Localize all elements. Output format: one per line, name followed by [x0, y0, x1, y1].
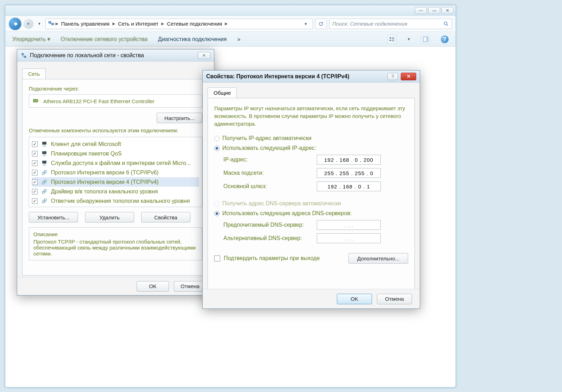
minimize-button[interactable]: — [415, 7, 427, 14]
radio-auto-ip[interactable]: Получить IP-адрес автоматически [214, 135, 408, 141]
chevron-right-icon: ▶ [225, 21, 228, 26]
adapter-name: Atheros AR8132 PCI-E Fast Ethernet Contr… [43, 98, 155, 104]
cancel-button[interactable]: Отмена [377, 294, 412, 304]
install-button[interactable]: Установить... [29, 212, 78, 222]
nav-back-button[interactable] [9, 18, 21, 30]
svg-rect-1 [52, 23, 54, 25]
validate-checkbox[interactable] [214, 255, 220, 261]
dialog-close-button[interactable]: ✕ [401, 73, 416, 80]
maximize-button[interactable]: ▭ [428, 7, 440, 14]
components-list[interactable]: ✓ 🖥️ Клиент для сетей Microsoft ✓ 🖥️ Пла… [29, 137, 202, 207]
breadcrumb-dropdown[interactable]: ▼ [301, 22, 311, 26]
radio-label: Получить IP-адрес автоматически [222, 135, 312, 141]
dialog-titlebar: Свойства: Протокол Интернета версии 4 (T… [203, 71, 420, 82]
help-button[interactable]: ? [441, 35, 449, 43]
component-label: Протокол Интернета версии 6 (TCP/IPv6) [51, 170, 158, 176]
radio-label: Получить адрес DNS-сервера автоматически [222, 200, 341, 207]
component-label: Протокол Интернета версии 4 (TCP/IPv4) [51, 179, 158, 185]
adapter-field[interactable]: Atheros AR8132 PCI-E Fast Ethernet Contr… [29, 94, 202, 108]
component-label: Планировщик пакетов QoS [51, 151, 122, 157]
breadcrumb-item[interactable]: Панель управления [59, 20, 112, 27]
svg-rect-5 [392, 38, 394, 39]
toolbar-more[interactable]: » [237, 36, 240, 42]
dialog-close-button[interactable]: ✕ [198, 52, 210, 59]
chevron-right-icon: ▶ [161, 21, 164, 26]
component-item[interactable]: ✓ 🔗 Протокол Интернета версии 4 (TCP/IPv… [32, 177, 199, 187]
svg-rect-14 [38, 100, 39, 101]
cancel-button[interactable]: Отмена [174, 281, 206, 292]
svg-rect-10 [426, 37, 428, 42]
alt-dns-field[interactable]: . . . [317, 233, 381, 243]
checkbox-icon[interactable]: ✓ [32, 189, 38, 194]
properties-button[interactable]: Свойства [141, 212, 190, 222]
description-text: Протокол TCP/IP - стандартный протокол г… [33, 239, 198, 257]
breadcrumb-bar[interactable]: ▶ Панель управления ▶ Сеть и Интернет ▶ … [45, 19, 313, 29]
explorer-navbar: ▼ ▶ Панель управления ▶ Сеть и Интернет … [5, 16, 456, 32]
configure-button[interactable]: Настроить... [157, 113, 202, 123]
ip-address-label: IP-адрес: [223, 157, 313, 163]
breadcrumb-item[interactable]: Сеть и Интернет [116, 20, 161, 27]
ok-button[interactable]: OK [137, 281, 169, 292]
tab-general[interactable]: Общие [208, 87, 237, 98]
checkbox-icon[interactable]: ✓ [32, 179, 38, 185]
network-icon [21, 52, 27, 59]
toolbar-disable[interactable]: Отключение сетевого устройства [61, 36, 148, 42]
toolbar-organize[interactable]: Упорядочить ▾ [12, 36, 50, 42]
component-item[interactable]: ✓ 🔗 Драйвер в/в тополога канального уров… [32, 187, 199, 196]
help-button[interactable]: ? [387, 73, 398, 80]
radio-manual-dns[interactable]: Использовать следующие адреса DNS-сервер… [214, 210, 408, 217]
preferred-dns-field[interactable]: . . . [317, 220, 381, 230]
gateway-field[interactable]: 192 . 168 . 0 . 1 [317, 181, 381, 191]
svg-rect-4 [392, 37, 394, 38]
checkbox-icon[interactable]: ✓ [32, 141, 38, 147]
radio-icon [214, 146, 220, 151]
dialog-title: Свойства: Протокол Интернета версии 4 (T… [206, 73, 349, 80]
ip-address-field[interactable]: 192 . 168 . 0 . 200 [317, 155, 381, 165]
ok-button[interactable]: OK [337, 294, 372, 304]
component-label: Клиент для сетей Microsoft [51, 141, 121, 147]
radio-icon [214, 201, 220, 206]
component-item[interactable]: ✓ 🖥️ Служба доступа к файлам и принтерам… [32, 158, 199, 168]
refresh-icon [318, 21, 324, 27]
radio-manual-ip[interactable]: Использовать следующий IP-адрес: [214, 145, 408, 151]
client-icon: 🖥️ [41, 141, 47, 147]
close-button[interactable]: ✕ [442, 7, 453, 14]
subnet-mask-label: Маска подсети: [223, 170, 313, 176]
dialog-footer: OK Отмена [203, 289, 420, 308]
svg-rect-11 [22, 53, 24, 55]
search-input[interactable]: Поиск: Сетевые подключения [329, 19, 452, 29]
svg-rect-13 [33, 99, 38, 102]
subnet-mask-field[interactable]: 255 . 255 . 255 . 0 [317, 168, 381, 178]
breadcrumb-item[interactable]: Сетевые подключения [165, 20, 224, 27]
radio-auto-dns: Получить адрес DNS-сервера автоматически [214, 200, 408, 207]
component-item[interactable]: ✓ 🔗 Ответчик обнаружения топологии канал… [32, 196, 199, 206]
nav-forward-button[interactable] [24, 19, 33, 29]
checkbox-icon[interactable]: ✓ [32, 198, 38, 204]
component-item[interactable]: ✓ 🔗 Протокол Интернета версии 6 (TCP/IPv… [32, 168, 199, 177]
preview-pane-button[interactable] [421, 35, 430, 44]
tab-strip: Общие [203, 82, 420, 98]
component-item[interactable]: ✓ 🖥️ Клиент для сетей Microsoft [32, 139, 199, 149]
description-title: Описание [33, 231, 198, 237]
component-item[interactable]: ✓ 🖥️ Планировщик пакетов QoS [32, 149, 199, 158]
explorer-titlebar: — ▭ ✕ [5, 5, 456, 16]
checkbox-icon[interactable]: ✓ [32, 151, 38, 157]
uninstall-button[interactable]: Удалить [85, 212, 134, 222]
refresh-button[interactable] [315, 19, 327, 29]
adapter-icon [33, 97, 40, 105]
view-button[interactable] [387, 35, 397, 44]
service-icon: 🖥️ [41, 160, 47, 166]
preferred-dns-label: Предпочитаемый DNS-сервер: [223, 222, 313, 228]
view-dropdown[interactable]: ▼ [407, 37, 411, 41]
dialog-titlebar: Подключение по локальной сети - свойства… [17, 49, 214, 61]
checkbox-icon[interactable]: ✓ [32, 160, 38, 166]
nav-history-dropdown[interactable]: ▼ [35, 22, 43, 26]
checkbox-icon[interactable]: ✓ [32, 170, 38, 175]
tab-network[interactable]: Сеть [22, 68, 46, 79]
svg-point-2 [444, 22, 447, 25]
toolbar-diagnose[interactable]: Диагностика подключения [158, 36, 227, 42]
chevron-right-icon: ▶ [112, 21, 115, 26]
advanced-button[interactable]: Дополнительно... [348, 253, 408, 264]
alt-dns-label: Альтернативный DNS-сервер: [223, 235, 313, 241]
protocol-icon: 🔗 [41, 198, 47, 204]
